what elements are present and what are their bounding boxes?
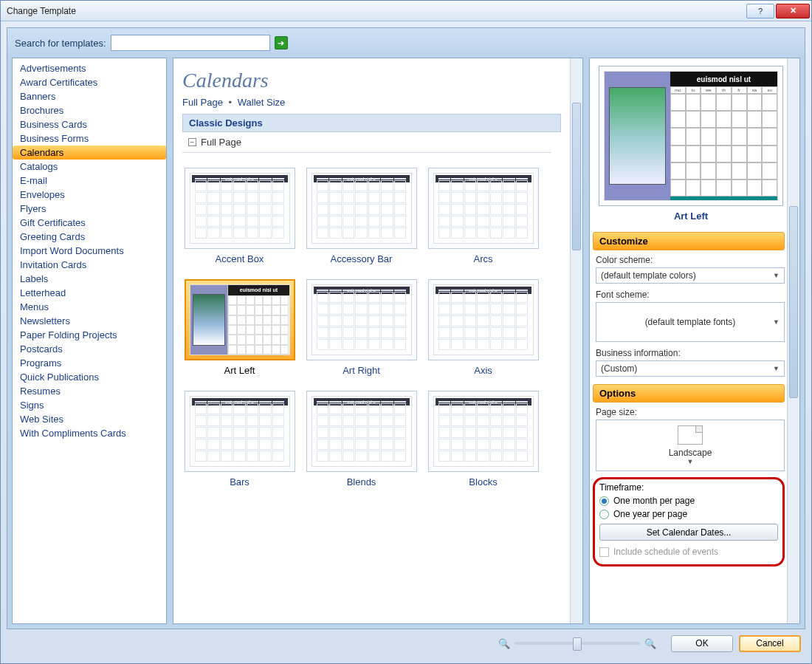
zoom-slider[interactable]	[515, 642, 640, 645]
color-scheme-value: (default template colors)	[601, 270, 696, 281]
dialog-body: Search for templates: ➔ AdvertisementsAw…	[7, 27, 805, 629]
page-size-label: Page size:	[596, 407, 785, 417]
template-preview: euismod nisl ut motuwethfrsasu	[599, 66, 783, 206]
color-scheme-select[interactable]: (default template colors) ▼	[596, 267, 785, 284]
category-item[interactable]: Menus	[13, 300, 166, 314]
set-calendar-dates-button[interactable]: Set Calendar Dates...	[599, 524, 778, 541]
radio-one-year-label: One year per page	[613, 509, 687, 519]
search-go-button[interactable]: ➔	[275, 36, 288, 49]
template-item[interactable]: euismod nisl uBlocks	[426, 391, 540, 487]
radio-one-year[interactable]: One year per page	[599, 507, 778, 521]
template-item-label: Accent Box	[216, 249, 264, 264]
business-info-select[interactable]: (Custom) ▼	[596, 360, 785, 377]
view-tabs: Full Page • Wallet Size	[182, 97, 574, 114]
radio-icon	[599, 510, 609, 519]
font-scheme-select[interactable]: (default template fonts) ▼	[596, 302, 785, 342]
preview-label: Art Left	[597, 206, 785, 226]
category-item[interactable]: E-mail	[13, 174, 166, 188]
template-item[interactable]: euismod nisl uBars	[182, 391, 297, 487]
category-item[interactable]: Programs	[13, 356, 166, 370]
group-full-page[interactable]: − Full Page	[182, 132, 551, 153]
template-item-label: Accessory Bar	[331, 249, 393, 264]
category-item[interactable]: Calendars	[13, 146, 166, 160]
search-label: Search for templates:	[15, 38, 106, 49]
category-item[interactable]: Award Certificates	[13, 75, 166, 89]
template-item[interactable]: euismod nisl uAxis	[426, 279, 540, 376]
template-panel: Calendars Full Page • Wallet Size Classi…	[173, 58, 583, 624]
chevron-down-icon: ▼	[773, 318, 780, 326]
category-item[interactable]: Banners	[13, 89, 166, 103]
chevron-down-icon: ▼	[773, 272, 780, 279]
close-button[interactable]: ✕	[776, 4, 810, 18]
help-icon: ?	[758, 7, 763, 16]
category-item[interactable]: Paper Folding Projects	[13, 328, 166, 342]
options-panel: euismod nisl ut motuwethfrsasu Art Left …	[589, 58, 800, 624]
category-item[interactable]: Resumes	[13, 384, 166, 398]
category-item[interactable]: With Compliments Cards	[13, 426, 166, 440]
tab-wallet-size[interactable]: Wallet Size	[238, 97, 286, 108]
category-item[interactable]: Flyers	[13, 202, 166, 216]
template-item[interactable]: euismod nisl utArt Left	[182, 279, 297, 376]
template-item[interactable]: euismod nisl uBlends	[304, 391, 419, 487]
checkbox-icon	[599, 547, 609, 557]
category-item[interactable]: Labels	[13, 272, 166, 286]
radio-icon	[599, 496, 609, 506]
template-item[interactable]: euismod nisl uArt Right	[304, 279, 419, 376]
templates-scrollbar[interactable]	[570, 58, 582, 623]
template-item-label: Axis	[474, 360, 492, 376]
include-events-checkbox: Include schedule of events	[599, 545, 778, 558]
category-item[interactable]: Catalogs	[13, 160, 166, 174]
category-item[interactable]: Newsletters	[13, 314, 166, 328]
category-item[interactable]: Brochures	[13, 103, 166, 117]
category-item[interactable]: Quick Publications	[13, 370, 166, 384]
template-item-label: Art Left	[224, 360, 255, 376]
template-item[interactable]: euismod nisl uAccent Box	[182, 168, 297, 264]
design-section-header[interactable]: Classic Designs	[182, 114, 561, 132]
category-item[interactable]: Business Cards	[13, 117, 166, 131]
customize-header: Customize	[593, 232, 785, 250]
zoom-in-icon[interactable]: 🔍	[644, 638, 656, 649]
category-item[interactable]: Postcards	[13, 342, 166, 356]
titlebar: Change Template ? ✕	[1, 1, 811, 21]
radio-one-month[interactable]: One month per page	[599, 494, 778, 507]
search-row: Search for templates: ➔	[7, 28, 805, 58]
timeframe-highlight: Timeframe: One month per page One year p…	[593, 477, 785, 567]
radio-one-month-label: One month per page	[613, 496, 695, 506]
help-button[interactable]: ?	[746, 4, 774, 18]
font-scheme-label: Font scheme:	[596, 290, 785, 300]
category-item[interactable]: Invitation Cards	[13, 258, 166, 272]
window-title: Change Template	[2, 6, 746, 16]
page-size-select[interactable]: Landscape ▼	[596, 420, 785, 471]
category-item[interactable]: Gift Certificates	[13, 216, 166, 230]
template-item-label: Blocks	[469, 472, 497, 487]
category-item[interactable]: Letterhead	[13, 286, 166, 300]
category-item[interactable]: Advertisements	[13, 61, 166, 75]
include-events-label: Include schedule of events	[613, 547, 718, 557]
collapse-icon: −	[188, 138, 196, 146]
template-item[interactable]: euismod nisl uArcs	[426, 168, 540, 264]
template-item-label: Art Right	[343, 360, 380, 376]
category-item[interactable]: Greeting Cards	[13, 230, 166, 244]
group-label: Full Page	[201, 137, 241, 148]
timeframe-label: Timeframe:	[599, 482, 778, 493]
category-item[interactable]: Business Forms	[13, 131, 166, 146]
category-item[interactable]: Import Word Documents	[13, 244, 166, 258]
ok-button[interactable]: OK	[671, 635, 733, 652]
category-item[interactable]: Envelopes	[13, 188, 166, 202]
category-item[interactable]: Web Sites	[13, 412, 166, 426]
landscape-icon	[678, 425, 703, 445]
category-item[interactable]: Signs	[13, 398, 166, 412]
templates-title: Calendars	[182, 58, 574, 97]
tab-full-page[interactable]: Full Page	[182, 97, 223, 108]
zoom-out-icon[interactable]: 🔍	[498, 638, 510, 649]
business-info-label: Business information:	[596, 348, 785, 358]
search-input[interactable]	[111, 35, 270, 51]
close-icon: ✕	[790, 6, 796, 16]
category-panel: AdvertisementsAward CertificatesBannersB…	[12, 58, 167, 624]
template-item-label: Blends	[347, 472, 376, 487]
options-scrollbar[interactable]	[787, 58, 799, 623]
cancel-button[interactable]: Cancel	[739, 635, 801, 652]
template-item[interactable]: euismod nisl uAccessory Bar	[304, 168, 419, 264]
options-header: Options	[593, 384, 785, 403]
font-scheme-value: (default template fonts)	[645, 317, 736, 327]
